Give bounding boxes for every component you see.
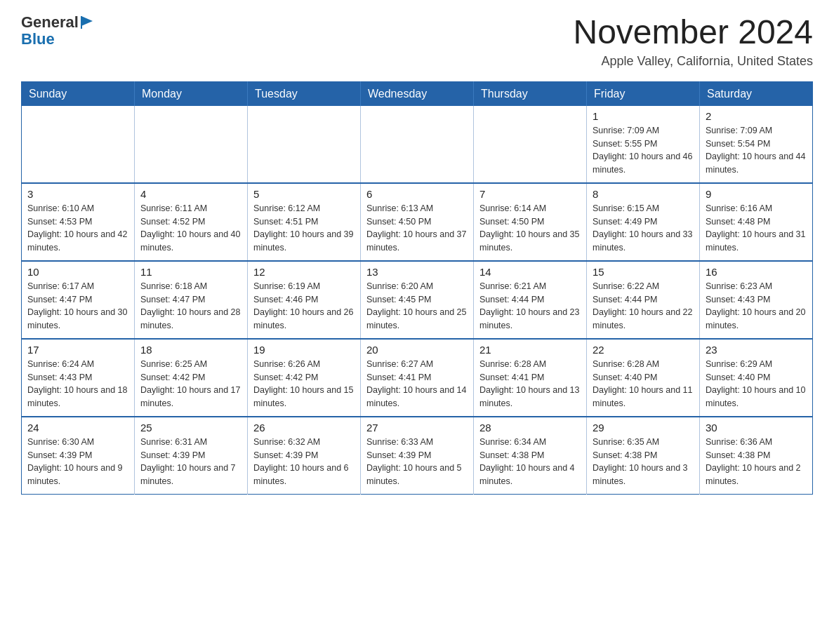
day-info: Sunrise: 6:10 AMSunset: 4:53 PMDaylight:… bbox=[27, 202, 128, 255]
day-number: 13 bbox=[366, 266, 468, 278]
day-number: 16 bbox=[706, 266, 807, 278]
logo-flag-icon bbox=[80, 15, 95, 30]
day-info: Sunrise: 6:25 AMSunset: 4:42 PMDaylight:… bbox=[140, 358, 241, 410]
day-info: Sunrise: 6:35 AMSunset: 4:38 PMDaylight:… bbox=[593, 436, 694, 488]
day-number: 5 bbox=[253, 188, 355, 200]
calendar-day-cell: 2Sunrise: 7:09 AMSunset: 5:54 PMDaylight… bbox=[700, 106, 813, 183]
svg-marker-0 bbox=[81, 16, 93, 26]
day-number: 30 bbox=[706, 422, 807, 434]
calendar-day-cell: 24Sunrise: 6:30 AMSunset: 4:39 PMDayligh… bbox=[22, 417, 135, 495]
calendar-day-cell: 16Sunrise: 6:23 AMSunset: 4:43 PMDayligh… bbox=[700, 261, 813, 339]
day-number: 28 bbox=[479, 422, 581, 434]
calendar-day-cell: 6Sunrise: 6:13 AMSunset: 4:50 PMDaylight… bbox=[361, 183, 474, 261]
calendar-day-cell: 8Sunrise: 6:15 AMSunset: 4:49 PMDaylight… bbox=[587, 183, 700, 261]
calendar-day-cell: 11Sunrise: 6:18 AMSunset: 4:47 PMDayligh… bbox=[135, 261, 248, 339]
day-info: Sunrise: 6:31 AMSunset: 4:39 PMDaylight:… bbox=[140, 436, 241, 488]
calendar-day-cell bbox=[248, 106, 361, 183]
day-number: 26 bbox=[253, 422, 355, 434]
day-number: 3 bbox=[27, 188, 128, 200]
day-info: Sunrise: 6:28 AMSunset: 4:40 PMDaylight:… bbox=[593, 358, 694, 410]
day-info: Sunrise: 6:11 AMSunset: 4:52 PMDaylight:… bbox=[140, 202, 241, 255]
calendar-day-cell: 1Sunrise: 7:09 AMSunset: 5:55 PMDaylight… bbox=[587, 106, 700, 183]
calendar-day-cell: 4Sunrise: 6:11 AMSunset: 4:52 PMDaylight… bbox=[135, 183, 248, 261]
day-of-week-header: Wednesday bbox=[361, 81, 474, 106]
calendar-day-cell: 17Sunrise: 6:24 AMSunset: 4:43 PMDayligh… bbox=[22, 339, 135, 417]
day-info: Sunrise: 6:29 AMSunset: 4:40 PMDaylight:… bbox=[706, 358, 807, 410]
day-number: 2 bbox=[706, 110, 807, 122]
calendar-week-row: 3Sunrise: 6:10 AMSunset: 4:53 PMDaylight… bbox=[22, 183, 813, 261]
day-number: 7 bbox=[479, 188, 581, 200]
month-title: November 2024 bbox=[573, 14, 813, 51]
calendar-day-cell: 5Sunrise: 6:12 AMSunset: 4:51 PMDaylight… bbox=[248, 183, 361, 261]
day-number: 23 bbox=[706, 344, 807, 356]
day-number: 9 bbox=[706, 188, 807, 200]
calendar-day-cell: 13Sunrise: 6:20 AMSunset: 4:45 PMDayligh… bbox=[361, 261, 474, 339]
day-number: 8 bbox=[593, 188, 694, 200]
day-number: 17 bbox=[27, 344, 128, 356]
calendar-day-cell: 21Sunrise: 6:28 AMSunset: 4:41 PMDayligh… bbox=[474, 339, 587, 417]
day-number: 21 bbox=[479, 344, 581, 356]
day-number: 25 bbox=[140, 422, 241, 434]
day-number: 1 bbox=[593, 110, 694, 122]
calendar-day-cell: 14Sunrise: 6:21 AMSunset: 4:44 PMDayligh… bbox=[474, 261, 587, 339]
logo: General Blue bbox=[21, 14, 95, 48]
day-number: 10 bbox=[27, 266, 128, 278]
day-info: Sunrise: 7:09 AMSunset: 5:55 PMDaylight:… bbox=[593, 124, 694, 177]
day-info: Sunrise: 6:23 AMSunset: 4:43 PMDaylight:… bbox=[706, 280, 807, 333]
logo-blue-text: Blue bbox=[21, 30, 55, 48]
day-info: Sunrise: 6:16 AMSunset: 4:48 PMDaylight:… bbox=[706, 202, 807, 255]
day-info: Sunrise: 6:14 AMSunset: 4:50 PMDaylight:… bbox=[479, 202, 581, 255]
day-number: 20 bbox=[366, 344, 468, 356]
calendar-day-cell: 20Sunrise: 6:27 AMSunset: 4:41 PMDayligh… bbox=[361, 339, 474, 417]
day-info: Sunrise: 6:26 AMSunset: 4:42 PMDaylight:… bbox=[253, 358, 355, 410]
day-info: Sunrise: 6:17 AMSunset: 4:47 PMDaylight:… bbox=[27, 280, 128, 333]
day-info: Sunrise: 6:32 AMSunset: 4:39 PMDaylight:… bbox=[253, 436, 355, 488]
day-number: 6 bbox=[366, 188, 468, 200]
calendar-week-row: 17Sunrise: 6:24 AMSunset: 4:43 PMDayligh… bbox=[22, 339, 813, 417]
day-of-week-header: Friday bbox=[587, 81, 700, 106]
day-info: Sunrise: 6:20 AMSunset: 4:45 PMDaylight:… bbox=[366, 280, 468, 333]
day-info: Sunrise: 6:27 AMSunset: 4:41 PMDaylight:… bbox=[366, 358, 468, 410]
calendar-day-cell: 28Sunrise: 6:34 AMSunset: 4:38 PMDayligh… bbox=[474, 417, 587, 495]
day-info: Sunrise: 6:33 AMSunset: 4:39 PMDaylight:… bbox=[366, 436, 468, 488]
day-info: Sunrise: 6:12 AMSunset: 4:51 PMDaylight:… bbox=[253, 202, 355, 255]
day-of-week-header: Tuesday bbox=[248, 81, 361, 106]
calendar-week-row: 10Sunrise: 6:17 AMSunset: 4:47 PMDayligh… bbox=[22, 261, 813, 339]
day-info: Sunrise: 6:28 AMSunset: 4:41 PMDaylight:… bbox=[479, 358, 581, 410]
day-info: Sunrise: 7:09 AMSunset: 5:54 PMDaylight:… bbox=[706, 124, 807, 177]
day-number: 11 bbox=[140, 266, 241, 278]
day-number: 18 bbox=[140, 344, 241, 356]
day-info: Sunrise: 6:22 AMSunset: 4:44 PMDaylight:… bbox=[593, 280, 694, 333]
logo-general-text: General bbox=[21, 14, 79, 31]
title-section: November 2024 Apple Valley, California, … bbox=[573, 14, 813, 69]
day-number: 27 bbox=[366, 422, 468, 434]
calendar-day-cell: 22Sunrise: 6:28 AMSunset: 4:40 PMDayligh… bbox=[587, 339, 700, 417]
calendar-day-cell: 23Sunrise: 6:29 AMSunset: 4:40 PMDayligh… bbox=[700, 339, 813, 417]
day-number: 29 bbox=[593, 422, 694, 434]
day-header-row: SundayMondayTuesdayWednesdayThursdayFrid… bbox=[22, 81, 813, 106]
day-number: 24 bbox=[27, 422, 128, 434]
day-info: Sunrise: 6:24 AMSunset: 4:43 PMDaylight:… bbox=[27, 358, 128, 410]
day-info: Sunrise: 6:19 AMSunset: 4:46 PMDaylight:… bbox=[253, 280, 355, 333]
calendar-day-cell: 7Sunrise: 6:14 AMSunset: 4:50 PMDaylight… bbox=[474, 183, 587, 261]
day-number: 19 bbox=[253, 344, 355, 356]
calendar-day-cell bbox=[474, 106, 587, 183]
calendar-day-cell: 18Sunrise: 6:25 AMSunset: 4:42 PMDayligh… bbox=[135, 339, 248, 417]
day-info: Sunrise: 6:18 AMSunset: 4:47 PMDaylight:… bbox=[140, 280, 241, 333]
calendar-day-cell: 3Sunrise: 6:10 AMSunset: 4:53 PMDaylight… bbox=[22, 183, 135, 261]
day-number: 4 bbox=[140, 188, 241, 200]
day-info: Sunrise: 6:13 AMSunset: 4:50 PMDaylight:… bbox=[366, 202, 468, 255]
day-number: 14 bbox=[479, 266, 581, 278]
day-of-week-header: Thursday bbox=[474, 81, 587, 106]
svg-rect-1 bbox=[81, 16, 82, 29]
calendar-day-cell: 25Sunrise: 6:31 AMSunset: 4:39 PMDayligh… bbox=[135, 417, 248, 495]
day-number: 12 bbox=[253, 266, 355, 278]
calendar-week-row: 24Sunrise: 6:30 AMSunset: 4:39 PMDayligh… bbox=[22, 417, 813, 495]
day-info: Sunrise: 6:15 AMSunset: 4:49 PMDaylight:… bbox=[593, 202, 694, 255]
calendar-day-cell: 15Sunrise: 6:22 AMSunset: 4:44 PMDayligh… bbox=[587, 261, 700, 339]
day-number: 15 bbox=[593, 266, 694, 278]
calendar-day-cell: 19Sunrise: 6:26 AMSunset: 4:42 PMDayligh… bbox=[248, 339, 361, 417]
day-info: Sunrise: 6:21 AMSunset: 4:44 PMDaylight:… bbox=[479, 280, 581, 333]
page-header: General Blue November 2024 Apple Valley,… bbox=[21, 14, 813, 69]
day-number: 22 bbox=[593, 344, 694, 356]
